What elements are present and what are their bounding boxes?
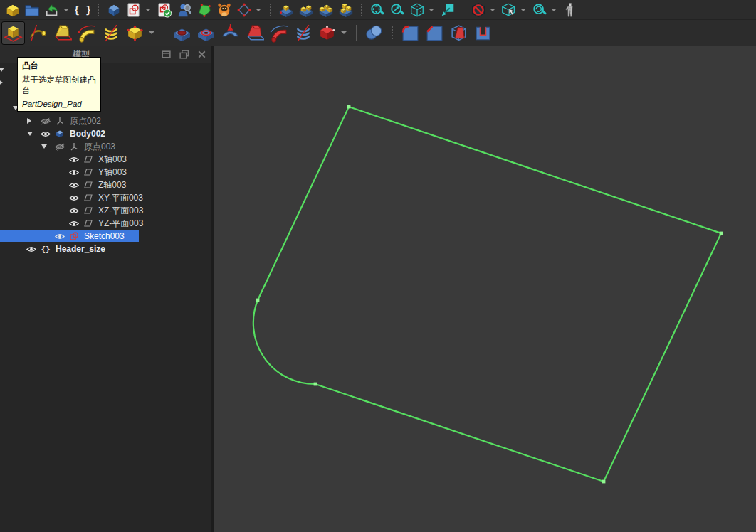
measure-caliper-icon[interactable] (561, 1, 579, 19)
item-z-axis003-label: Z轴003 (98, 179, 211, 191)
origin-icon (69, 140, 79, 153)
view-cube-icon[interactable] (408, 1, 426, 19)
item-origin003[interactable]: 原点003 (0, 140, 211, 153)
sketch-vertex[interactable] (256, 299, 260, 302)
collapse-arrow-icon[interactable] (27, 127, 33, 140)
toolbar-separator (270, 4, 271, 16)
item-sketch003-label: Sketch003 (84, 230, 211, 243)
fillet-icon[interactable] (399, 22, 421, 44)
zoom-refresh-icon[interactable] (530, 1, 549, 19)
dock-close-button[interactable] (196, 49, 207, 60)
eye-visible-icon (41, 127, 51, 140)
sketch-edge[interactable] (253, 107, 721, 482)
compound-1-icon[interactable] (277, 1, 295, 19)
dock-restore-button[interactable] (179, 49, 189, 60)
sketch-edit-icon[interactable] (125, 1, 143, 19)
groove-icon[interactable] (219, 22, 241, 44)
pocket-icon[interactable] (171, 22, 193, 44)
subtractive-helix-icon[interactable] (292, 22, 314, 44)
sketch-outline (214, 46, 756, 532)
pad-tooltip: 凸台 基于选定草图创建凸台 PartDesign_Pad (17, 57, 101, 112)
tooltip-description: 基于选定草图创建凸台 (22, 75, 96, 96)
sketch-polygon-dropdown-caret[interactable] (256, 9, 261, 11)
toolbar-separator (392, 26, 393, 39)
item-header-size-label: Header_size (56, 243, 211, 255)
toolbar-separator (463, 2, 463, 18)
additive-helix-icon[interactable] (100, 22, 122, 44)
datum-icon (83, 217, 93, 230)
toolbar-separator (98, 4, 99, 16)
item-body002[interactable]: Body002 (0, 127, 211, 140)
item-xz-plane003[interactable]: XZ-平面003 (0, 204, 211, 217)
item-yz-plane003[interactable]: YZ-平面003 (0, 217, 211, 230)
partdesign-toolbar (0, 20, 756, 46)
compound-3-icon[interactable] (317, 1, 335, 19)
sketch-edit-dropdown-caret[interactable] (145, 9, 151, 11)
item-x-axis003[interactable]: X轴003 (0, 153, 211, 166)
datum-icon (83, 166, 93, 179)
item-y-axis003[interactable]: Y轴003 (0, 166, 211, 179)
thickness-icon[interactable] (472, 22, 494, 44)
item-origin002[interactable]: 原点002 (0, 115, 211, 127)
dock-float-button[interactable] (161, 49, 172, 60)
view-cube-dropdown-caret[interactable] (429, 9, 434, 11)
expression-braces-icon[interactable]: { } (73, 1, 92, 19)
toolbar-separator (361, 4, 362, 16)
item-sketch003[interactable]: Sketch003 (0, 230, 211, 243)
subtractive-box-icon[interactable] (316, 22, 338, 44)
model-tree[interactable]: Header原点002Body002原点003X轴003Y轴003Z轴003XY… (0, 63, 211, 532)
revolution-icon[interactable] (27, 22, 49, 44)
eye-hidden-icon (41, 115, 51, 127)
export-dropdown-caret[interactable] (63, 9, 69, 11)
3d-viewport[interactable] (214, 46, 756, 532)
person-search-icon[interactable] (175, 1, 194, 19)
item-header-size[interactable]: {}Header_size (0, 243, 211, 255)
expand-arrow-icon[interactable] (0, 76, 3, 89)
item-xy-plane003-label: XY-平面003 (98, 191, 211, 204)
subtractive-pipe-icon[interactable] (268, 22, 290, 44)
zoom-refresh-dropdown-caret[interactable] (551, 9, 557, 11)
datum-icon (83, 179, 93, 191)
zoom-fit-icon[interactable] (368, 1, 387, 19)
sketch-vertex[interactable] (347, 105, 351, 109)
folder-open-icon[interactable] (23, 1, 41, 19)
compound-2-icon[interactable] (297, 1, 315, 19)
sketch-vertex[interactable] (314, 383, 317, 386)
mesh-green-icon[interactable] (195, 1, 214, 19)
item-body002-label: Body002 (70, 127, 211, 140)
sketch-validate-icon[interactable] (155, 1, 174, 19)
link-go-icon[interactable] (439, 1, 457, 19)
item-z-axis003[interactable]: Z轴003 (0, 179, 211, 191)
sketch-vertex[interactable] (602, 480, 606, 484)
subtractive-loft-icon[interactable] (243, 22, 266, 44)
export-icon[interactable] (43, 1, 61, 19)
additive-box-icon[interactable] (124, 22, 146, 44)
sketch-vertex[interactable] (720, 232, 723, 235)
subtractive-box-dropdown-caret[interactable] (341, 31, 347, 34)
selection-filter-dropdown-caret[interactable] (490, 9, 495, 11)
draft-icon[interactable] (448, 22, 470, 44)
expand-arrow-icon[interactable] (27, 115, 31, 127)
zoom-selection-icon[interactable] (388, 1, 406, 19)
additive-pipe-icon[interactable] (75, 22, 98, 44)
additive-box-dropdown-caret[interactable] (149, 31, 154, 34)
boolean-icon[interactable] (363, 22, 385, 44)
gnu-head-icon[interactable] (215, 1, 233, 19)
pad-icon[interactable] (1, 21, 25, 45)
cube-select-dropdown-caret[interactable] (520, 9, 526, 11)
datum-icon (83, 191, 93, 204)
part-yellow-icon[interactable] (3, 1, 21, 19)
item-xy-plane003[interactable]: XY-平面003 (0, 191, 211, 204)
collapse-arrow-icon[interactable] (0, 63, 4, 76)
part-blue-icon[interactable] (105, 1, 123, 19)
cube-select-icon[interactable] (500, 1, 518, 19)
item-x-axis003-label: X轴003 (98, 153, 211, 166)
collapse-arrow-icon[interactable] (41, 140, 47, 153)
sketch-polygon-icon[interactable] (235, 1, 253, 19)
eye-visible-icon (69, 153, 79, 166)
hole-icon[interactable] (195, 22, 217, 44)
selection-filter-icon[interactable] (469, 1, 488, 19)
additive-loft-icon[interactable] (51, 22, 73, 44)
chamfer-icon[interactable] (424, 22, 446, 44)
compound-4-icon[interactable] (337, 1, 355, 19)
